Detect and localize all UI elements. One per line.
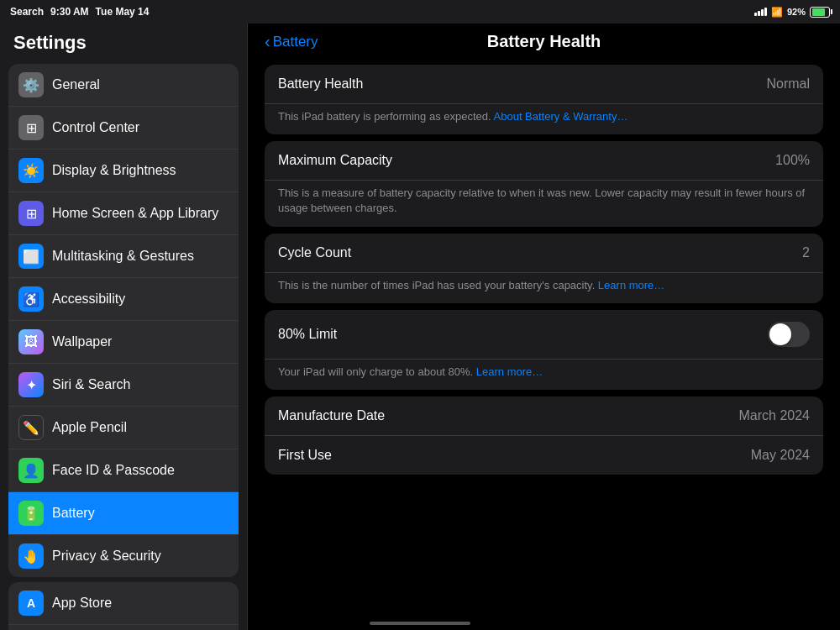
manufacture-date-label: Manufacture Date <box>278 408 385 423</box>
first-use-row: First Use May 2024 <box>265 436 823 475</box>
sidebar-section-2: A App Store 💳 Wallet & Apple Pay <box>8 582 239 630</box>
limit-note: Your iPad will only charge to about 80%.… <box>265 360 823 390</box>
manufacture-date-row: Manufacture Date March 2024 <box>265 396 823 436</box>
siri-label: Siri & Search <box>52 377 228 392</box>
battery-health-row: Battery Health Normal <box>265 65 823 104</box>
manufacture-date-value: March 2024 <box>739 408 811 423</box>
back-label: Battery <box>273 34 318 50</box>
dates-section: Manufacture Date March 2024 First Use Ma… <box>265 396 823 475</box>
sidebar-item-display[interactable]: ☀️ Display & Brightness <box>8 150 239 192</box>
home-screen-icon: ⊞ <box>18 201 44 226</box>
status-right: 📶 92% <box>754 7 830 18</box>
first-use-value: May 2024 <box>751 448 810 463</box>
first-use-label: First Use <box>278 448 332 463</box>
apple-pencil-label: Apple Pencil <box>52 420 228 435</box>
control-center-label: Control Center <box>52 120 228 135</box>
date-label: Tue May 14 <box>96 6 150 18</box>
sidebar-item-battery[interactable]: 🔋 Battery <box>8 492 239 535</box>
sidebar-item-apple-pencil[interactable]: ✏️ Apple Pencil <box>8 407 239 449</box>
time-label: 9:30 AM <box>50 6 89 18</box>
sidebar-item-wallet[interactable]: 💳 Wallet & Apple Pay <box>8 625 239 630</box>
max-capacity-row: Maximum Capacity 100% <box>265 141 823 181</box>
display-icon: ☀️ <box>18 158 44 183</box>
control-center-icon: ⊞ <box>18 115 44 140</box>
search-label: Search <box>10 6 44 18</box>
sidebar: Settings ⚙️ General ⊞ Control Center ☀️ … <box>0 24 248 630</box>
app-store-label: App Store <box>52 596 228 611</box>
back-button[interactable]: ‹ Battery <box>265 32 318 51</box>
limit-section: 80% Limit Your iPad will only charge to … <box>265 310 823 390</box>
max-capacity-value: 100% <box>775 153 810 168</box>
home-indicator <box>370 622 470 625</box>
battery-label: Battery <box>52 506 228 521</box>
main-header: ‹ Battery Battery Health <box>248 24 840 58</box>
general-label: General <box>52 77 228 92</box>
limit-toggle[interactable] <box>768 322 810 347</box>
cycle-count-label: Cycle Count <box>278 245 351 260</box>
max-capacity-note: This is a measure of battery capacity re… <box>265 181 823 226</box>
wifi-icon: 📶 <box>771 7 783 18</box>
sidebar-title: Settings <box>0 24 247 59</box>
wallpaper-icon: 🖼 <box>18 329 44 354</box>
sidebar-item-multitasking[interactable]: ⬜ Multitasking & Gestures <box>8 235 239 278</box>
sidebar-item-wallpaper[interactable]: 🖼 Wallpaper <box>8 321 239 364</box>
cycle-count-row: Cycle Count 2 <box>265 234 823 273</box>
sidebar-item-app-store[interactable]: A App Store <box>8 582 239 625</box>
face-id-icon: 👤 <box>18 458 44 483</box>
sidebar-section-1: ⚙️ General ⊞ Control Center ☀️ Display &… <box>8 64 239 577</box>
sidebar-item-face-id[interactable]: 👤 Face ID & Passcode <box>8 449 239 492</box>
apple-pencil-icon: ✏️ <box>18 415 44 440</box>
status-bar: Search 9:30 AM Tue May 14 📶 92% <box>0 0 840 24</box>
sidebar-item-privacy[interactable]: 🤚 Privacy & Security <box>8 535 239 577</box>
toggle-knob <box>769 323 791 345</box>
battery-health-note: This iPad battery is performing as expec… <box>265 104 823 134</box>
cycle-count-note: This is the number of times iPad has use… <box>265 273 823 303</box>
sidebar-item-control-center[interactable]: ⊞ Control Center <box>8 107 239 150</box>
sidebar-item-home-screen[interactable]: ⊞ Home Screen & App Library <box>8 192 239 235</box>
battery-icon <box>810 7 830 18</box>
app-container: Settings ⚙️ General ⊞ Control Center ☀️ … <box>0 24 840 630</box>
back-chevron-icon: ‹ <box>265 32 270 51</box>
cycle-count-link[interactable]: Learn more… <box>598 279 664 291</box>
page-title: Battery Health <box>487 32 601 51</box>
limit-label: 80% Limit <box>278 327 337 342</box>
cycle-count-section: Cycle Count 2 This is the number of time… <box>265 234 823 303</box>
max-capacity-label: Maximum Capacity <box>278 153 392 168</box>
home-screen-label: Home Screen & App Library <box>52 206 228 221</box>
limit-learn-more-link[interactable]: Learn more… <box>476 365 543 378</box>
limit-row: 80% Limit <box>265 310 823 360</box>
status-left: Search 9:30 AM Tue May 14 <box>10 6 149 18</box>
wallpaper-label: Wallpaper <box>52 334 228 349</box>
sidebar-item-siri[interactable]: ✦ Siri & Search <box>8 364 239 407</box>
battery-health-section: Battery Health Normal This iPad battery … <box>265 65 823 134</box>
accessibility-icon: ♿ <box>18 286 44 312</box>
battery-health-label: Battery Health <box>278 76 363 92</box>
sidebar-item-accessibility[interactable]: ♿ Accessibility <box>8 278 239 321</box>
signal-icon <box>754 8 767 16</box>
main-content: ‹ Battery Battery Health Battery Health … <box>248 24 840 630</box>
battery-warranty-link[interactable]: About Battery & Warranty… <box>494 110 628 123</box>
accessibility-label: Accessibility <box>52 291 228 307</box>
battery-sidebar-icon: 🔋 <box>18 501 44 526</box>
siri-icon: ✦ <box>18 372 44 397</box>
sidebar-item-general[interactable]: ⚙️ General <box>8 64 239 107</box>
privacy-icon: 🤚 <box>18 543 44 569</box>
app-store-icon: A <box>18 591 44 616</box>
battery-health-value: Normal <box>766 76 810 92</box>
general-icon: ⚙️ <box>18 72 44 97</box>
privacy-label: Privacy & Security <box>52 549 228 564</box>
max-capacity-section: Maximum Capacity 100% This is a measure … <box>265 141 823 226</box>
multitasking-icon: ⬜ <box>18 244 44 269</box>
display-label: Display & Brightness <box>52 163 228 178</box>
multitasking-label: Multitasking & Gestures <box>52 249 228 264</box>
battery-percent: 92% <box>787 7 806 17</box>
cycle-count-value: 2 <box>802 245 810 260</box>
face-id-label: Face ID & Passcode <box>52 463 228 478</box>
